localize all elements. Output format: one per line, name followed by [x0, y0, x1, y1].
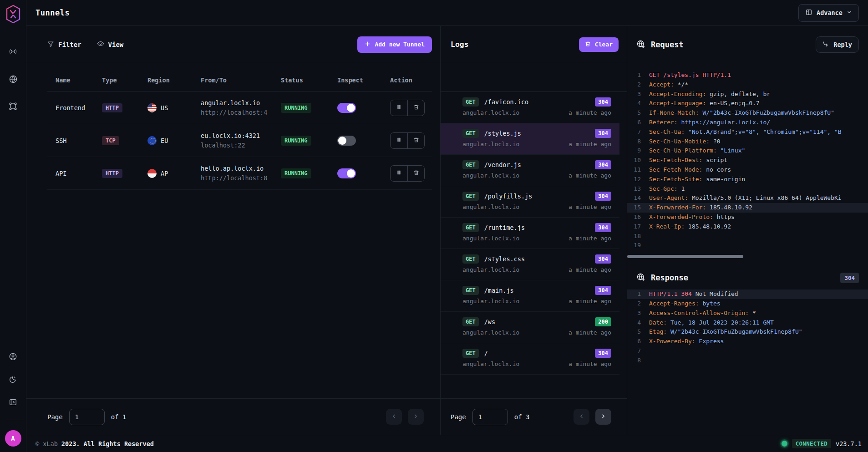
next-page-button[interactable]	[408, 409, 424, 425]
pause-button[interactable]	[391, 166, 407, 181]
flag-us-icon	[147, 103, 157, 112]
log-entry[interactable]: GET/styles.js304angular.loclx.ioa minute…	[441, 123, 619, 155]
sidebar-item-theme[interactable]	[5, 372, 21, 388]
logs-title: Logs	[451, 40, 469, 49]
line-number: 17	[627, 222, 641, 232]
code-line: 12Sec-Fetch-Site: same-origin	[627, 175, 868, 184]
code-segment: ?0	[710, 138, 720, 145]
code-line: 15X-Forwarded-For: 185.48.10.92	[627, 203, 868, 213]
delete-button[interactable]	[407, 100, 424, 116]
inspector-panel: Request Reply 1GET /styles.js HTTP/1.12A…	[627, 26, 868, 435]
log-entry[interactable]: GET/styles.css304angular.loclx.ioa minut…	[441, 249, 619, 280]
pause-button[interactable]	[391, 100, 407, 116]
logs-page-input[interactable]	[472, 409, 508, 425]
log-entry[interactable]: GET/vendor.js304angular.loclx.ioa minute…	[441, 155, 619, 186]
code-text: Sec-Fetch-Dest: script	[641, 156, 727, 165]
prev-page-button[interactable]	[386, 409, 402, 425]
inspect-toggle[interactable]	[337, 136, 356, 146]
globe-icon	[9, 75, 18, 85]
filter-button[interactable]: Filter	[47, 41, 81, 49]
code-text: Date: Tue, 18 Jul 2023 20:26:11 GMT	[641, 318, 774, 328]
code-text: Access-Control-Allow-Origin: *	[641, 309, 756, 318]
code-segment: *	[749, 310, 756, 316]
code-segment: Sec-Ch-Ua-Platform:	[649, 147, 717, 154]
code-line: 2Accept: */*	[627, 80, 868, 90]
pause-button[interactable]	[391, 133, 407, 148]
method-badge: GET	[462, 97, 479, 107]
line-number: 1	[627, 71, 641, 80]
tunnel-fromto-cell: eu.loclx.io:4321localhost:22	[201, 131, 281, 150]
log-entry[interactable]: GET/304angular.loclx.ioa minute ago	[441, 343, 619, 375]
sidebar-item-support[interactable]	[5, 350, 21, 365]
code-segment: Sec-Ch-Ua-Mobile:	[649, 138, 710, 145]
reply-button[interactable]: Reply	[816, 36, 859, 53]
add-tunnel-button[interactable]: Add new Tunnel	[357, 36, 432, 53]
sidebar-item-tunnels[interactable]	[5, 45, 21, 60]
sidebar-item-collapse[interactable]	[5, 395, 21, 411]
column-action: Action	[390, 76, 432, 84]
code-segment: Accept:	[649, 81, 674, 88]
toggle-knob	[347, 104, 355, 112]
log-line-1: GET/main.js304	[462, 286, 611, 295]
tunnels-page-input[interactable]	[69, 409, 105, 425]
line-number: 18	[627, 232, 641, 241]
code-line: 1GET /styles.js HTTP/1.1	[627, 71, 868, 80]
log-host: angular.loclx.io	[462, 329, 519, 336]
response-header: Response 304	[627, 266, 868, 289]
inspect-toggle[interactable]	[337, 103, 356, 113]
column-fromto: From/To	[201, 76, 281, 84]
method-badge: GET	[462, 349, 479, 358]
inspect-toggle[interactable]	[337, 168, 356, 178]
delete-button[interactable]	[407, 166, 424, 181]
log-status-badge: 304	[595, 286, 611, 295]
line-number: 3	[627, 309, 641, 318]
line-number: 7	[627, 346, 641, 356]
connection-status-badge: CONNECTED	[792, 439, 831, 448]
tunnel-inspect-cell	[337, 103, 390, 113]
line-number: 4	[627, 318, 641, 328]
connection-dot-icon	[782, 441, 787, 447]
code-text: Sec-Gpc: 1	[641, 184, 685, 194]
avatar[interactable]: A	[5, 430, 21, 447]
sidebar-item-selection[interactable]	[5, 99, 21, 115]
next-page-button[interactable]	[595, 409, 611, 425]
sidebar-item-domains[interactable]	[5, 72, 21, 87]
code-line: 8Sec-Ch-Ua-Mobile: ?0	[627, 137, 868, 147]
tunnels-panel: Filter View Add new Tunnel	[26, 26, 441, 435]
log-time: a minute ago	[569, 329, 611, 336]
log-entry[interactable]: GET/main.js304angular.loclx.ioa minute a…	[441, 280, 619, 312]
code-line: 6X-Powered-By: Express	[627, 337, 868, 346]
log-entry[interactable]: GET/ws200angular.loclx.ioa minute ago	[441, 312, 619, 343]
code-segment: Etag:	[649, 328, 667, 335]
content: Filter View Add new Tunnel	[26, 26, 868, 435]
chevron-right-icon	[413, 413, 419, 421]
code-line: 19	[627, 241, 868, 250]
method-badge: GET	[462, 192, 479, 201]
code-text	[641, 356, 649, 366]
line-number: 16	[627, 213, 641, 222]
prev-page-button[interactable]	[574, 409, 589, 425]
code-text: X-Powered-By: Express	[641, 337, 724, 346]
line-number: 15	[627, 203, 641, 213]
advance-button[interactable]: Advance	[798, 4, 859, 22]
code-text: Etag: W/"2b43c-IXoGTbFuZbugamwVbskF1nep8…	[641, 327, 802, 337]
logs-pagination: Page of 3	[441, 398, 627, 435]
delete-button[interactable]	[407, 133, 424, 148]
log-entry[interactable]: GET/favicon.ico304angular.loclx.ioa minu…	[441, 92, 619, 123]
log-entry[interactable]: GET/polyfills.js304angular.loclx.ioa min…	[441, 186, 619, 218]
status-badge: RUNNING	[281, 136, 311, 146]
app-logo-icon[interactable]	[5, 5, 21, 24]
code-segment: Tue, 18 Jul 2023 20:26:11 GMT	[667, 319, 774, 326]
view-button[interactable]: View	[97, 40, 124, 49]
line-number: 13	[627, 184, 641, 194]
scrollbar-thumb[interactable]	[627, 255, 743, 258]
clear-logs-button[interactable]: Clear	[579, 37, 619, 52]
tunnel-inspect-cell	[337, 136, 390, 146]
log-line-2: angular.loclx.ioa minute ago	[462, 266, 611, 273]
log-path: /favicon.ico	[484, 98, 529, 106]
tunnel-name: Frontend	[56, 104, 102, 112]
line-number: 2	[627, 299, 641, 309]
log-entry[interactable]: GET/runtime.js304angular.loclx.ioa minut…	[441, 218, 619, 249]
column-region: Region	[147, 76, 201, 84]
flag-ap-icon	[147, 169, 157, 178]
